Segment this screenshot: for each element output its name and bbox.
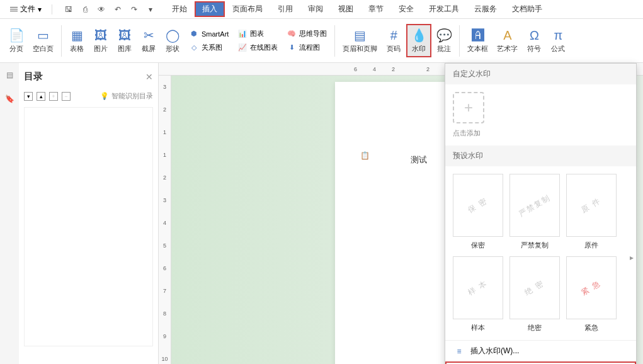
divider: [459, 25, 460, 57]
wordart-icon: A: [500, 28, 515, 43]
tab-insert[interactable]: 插入: [195, 1, 225, 17]
dropdown-icon[interactable]: ▾: [145, 4, 156, 14]
menu-bar: 文件 ▾ 🖫 ⎙ 👁 ↶ ↷ ▾ 开始 插入 页面布局 引用 审阅 视图 章节 …: [0, 0, 643, 19]
toc-panel: 目录 ✕ ▾ ▴ + − 💡 智能识别目录: [19, 63, 159, 364]
preset-sample[interactable]: 样 本 样本: [453, 256, 503, 333]
redo-icon[interactable]: ↷: [129, 4, 139, 14]
flowchart-icon: ⬇: [287, 43, 297, 53]
scroll-indicator[interactable]: ▸: [630, 253, 634, 262]
tab-reference[interactable]: 引用: [270, 1, 300, 17]
collapse-icon[interactable]: ▾: [24, 92, 33, 101]
page-break-button[interactable]: 📄 分页: [5, 25, 28, 56]
tab-page-layout[interactable]: 页面布局: [225, 1, 270, 17]
online-chart-button[interactable]: 📈 在线图表: [234, 42, 282, 54]
chart-icon: 📊: [237, 29, 248, 39]
file-menu[interactable]: 文件 ▾: [5, 3, 47, 16]
online-chart-icon: 📈: [237, 43, 248, 53]
divider: [334, 25, 335, 57]
custom-watermark-title: 自定义水印: [445, 64, 636, 84]
toc-icon[interactable]: ▤: [4, 69, 15, 81]
flowchart-button[interactable]: ⬇ 流程图: [283, 42, 331, 54]
blank-page-icon: ▭: [36, 28, 51, 43]
smartart-icon: ⬢: [189, 29, 199, 39]
bulb-icon: 💡: [100, 92, 109, 100]
tab-cloud[interactable]: 云服务: [467, 1, 504, 17]
preset-confidential[interactable]: 保 密 保密: [453, 174, 503, 250]
wordart-button[interactable]: A 艺术字: [493, 25, 521, 56]
undo-icon[interactable]: ↶: [113, 4, 123, 14]
divider: [52, 4, 52, 14]
preset-urgent[interactable]: 紧 急 紧急: [566, 256, 617, 333]
preset-top-secret[interactable]: 绝 密 绝密: [509, 256, 560, 333]
tab-dev-tools[interactable]: 开发工具: [421, 1, 467, 17]
add-watermark-button[interactable]: +: [453, 92, 484, 123]
chart-button[interactable]: 📊 图表: [234, 28, 282, 40]
toc-content: [24, 107, 153, 346]
preset-watermark-title: 预设水印: [445, 145, 636, 166]
table-icon: ▦: [69, 28, 84, 43]
tabs: 开始 插入 页面布局 引用 审阅 视图 章节 安全 开发工具 云服务 文档助手: [164, 1, 550, 17]
left-sidebar: ▤ 🔖: [0, 63, 19, 364]
watermark-dropdown: 自定义水印 + 点击添加 预设水印 保 密 保密 严禁复制 严禁复制 原 件 原…: [445, 63, 637, 364]
tab-view[interactable]: 视图: [331, 1, 361, 17]
picture-icon: 🖼: [93, 28, 108, 43]
textbox-button[interactable]: 🅰 文本框: [464, 25, 492, 56]
remove-icon[interactable]: −: [62, 92, 71, 101]
tab-section[interactable]: 章节: [361, 1, 391, 17]
relation-icon: ◇: [189, 43, 199, 53]
screenshot-button[interactable]: ✂ 截屏: [137, 25, 160, 56]
file-label: 文件: [20, 4, 35, 14]
symbol-icon: Ω: [526, 28, 542, 43]
shape-button[interactable]: ◯ 形状: [161, 25, 184, 56]
smartart-button[interactable]: ⬢ SmartArt: [185, 28, 232, 40]
page-number-icon: #: [386, 28, 401, 43]
watermark-button[interactable]: 💧 水印: [406, 24, 431, 57]
blank-page-button[interactable]: ▭ 空白页: [29, 25, 57, 56]
print-icon[interactable]: ⎙: [80, 4, 90, 14]
page-break-icon: 📄: [9, 28, 24, 43]
close-icon[interactable]: ✕: [145, 72, 153, 82]
relation-button[interactable]: ◇ 关系图: [185, 42, 232, 54]
ribbon: 📄 分页 ▭ 空白页 ▦ 表格 🖼 图片 🖼 图库 ✂ 截屏 ◯ 形状 ⬢ Sm…: [0, 19, 643, 63]
expand-icon[interactable]: ▴: [37, 92, 45, 101]
tab-security[interactable]: 安全: [391, 1, 421, 17]
divider: [61, 25, 62, 57]
textbox-icon: 🅰: [470, 28, 486, 43]
header-footer-button[interactable]: ▤ 页眉和页脚: [339, 25, 381, 56]
tab-review[interactable]: 审阅: [300, 1, 331, 17]
shape-icon: ◯: [165, 28, 180, 43]
equation-icon: π: [550, 28, 566, 43]
comment-button[interactable]: 💬 批注: [433, 25, 455, 56]
gallery-button[interactable]: 🖼 图库: [113, 25, 136, 56]
hamburger-icon: [10, 7, 18, 11]
screenshot-icon: ✂: [141, 28, 156, 43]
vertical-ruler[interactable]: 3 2 1 1 2 3 4 5 6 7 8 9 10 11 12: [159, 76, 171, 364]
chevron-down-icon: ▾: [38, 5, 42, 14]
add-icon[interactable]: +: [49, 92, 58, 101]
equation-button[interactable]: π 公式: [547, 25, 569, 56]
insert-watermark-action[interactable]: ≡ 插入水印(W)...: [445, 341, 636, 361]
watermark-icon: 💧: [411, 28, 426, 43]
page-number-button[interactable]: # 页码: [382, 25, 405, 56]
preset-original[interactable]: 原 件 原件: [566, 174, 617, 250]
document-text[interactable]: 测试: [411, 154, 427, 166]
quick-access-toolbar: 🖫 ⎙ 👁 ↶ ↷ ▾: [64, 4, 156, 14]
preset-grid: 保 密 保密 严禁复制 严禁复制 原 件 原件 样 本 样本 绝 密 绝密 紧 …: [445, 166, 636, 340]
header-footer-icon: ▤: [353, 28, 368, 43]
smart-identify-button[interactable]: 💡 智能识别目录: [100, 91, 153, 101]
tab-doc-assistant[interactable]: 文档助手: [504, 1, 550, 17]
mindmap-icon: 🧠: [287, 29, 297, 39]
delete-watermark-action[interactable]: ≠ 删除文档中的水印(R): [445, 361, 636, 364]
bookmark-icon[interactable]: 🔖: [4, 93, 15, 105]
table-button[interactable]: ▦ 表格: [65, 25, 88, 56]
comment-icon: 💬: [436, 28, 452, 43]
preset-no-copy[interactable]: 严禁复制 严禁复制: [509, 174, 560, 250]
picture-button[interactable]: 🖼 图片: [89, 25, 112, 56]
paragraph-options-icon[interactable]: 📋: [360, 151, 369, 161]
symbol-button[interactable]: Ω 符号: [523, 25, 545, 56]
add-watermark-label: 点击添加: [453, 128, 481, 138]
mindmap-button[interactable]: 🧠 思维导图: [283, 28, 331, 40]
save-icon[interactable]: 🖫: [64, 4, 74, 14]
tab-start[interactable]: 开始: [164, 1, 195, 17]
preview-icon[interactable]: 👁: [96, 4, 106, 14]
